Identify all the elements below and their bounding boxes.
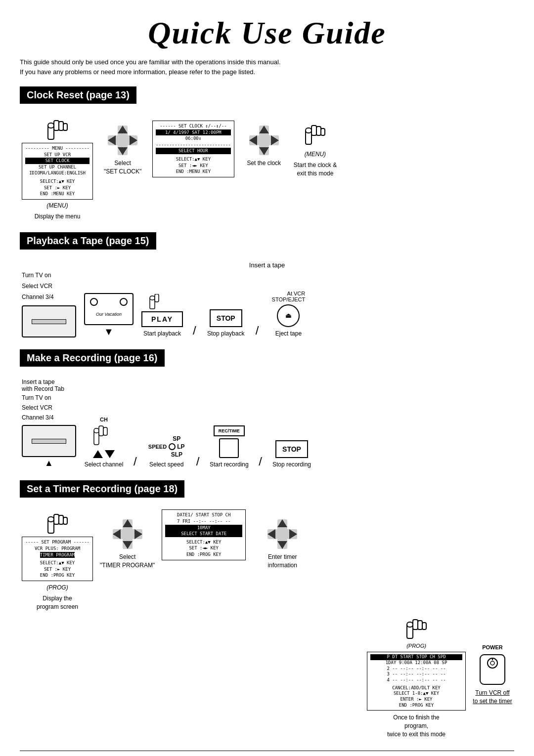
turn-tv-on: Turn TV on (22, 271, 76, 280)
insert-tape-label: Insert a tape (22, 261, 512, 269)
svg-rect-4 (63, 124, 67, 130)
rec-select-vcr: Select VCR (22, 403, 76, 412)
recording-left: Insert a tape with Record Tab Turn TV on… (22, 378, 76, 468)
timer-screen: DATE1/ START STOP CH 7 FRI --:-- --:-- -… (162, 509, 246, 560)
timer-step-prog: ----- SET PROGRAM ------ VCR PLUS: PROGR… (22, 509, 93, 611)
speed-lp-row: LP (169, 443, 184, 450)
svg-rect-1 (48, 123, 54, 128)
display-prog-label: Display the program screen (37, 594, 78, 611)
ch-up-arrow[interactable] (93, 450, 103, 458)
ch-hand-icon (91, 423, 116, 448)
channel-3-4: Channel 3/4 (22, 293, 76, 301)
ch-down-arrow[interactable] (105, 450, 115, 458)
ch-arrows (93, 450, 115, 458)
stop-step: STOP Stop playback (206, 309, 246, 338)
enter-timer-label: Enter timer information (253, 553, 312, 570)
start-recording-label: Start recording (210, 461, 249, 469)
clock-reset-header: Clock Reset (page 13) (20, 86, 136, 104)
timer-nav2: Enter timer information (253, 519, 312, 570)
lp-circle (169, 443, 176, 450)
tape-label: Our Vacation (96, 312, 122, 317)
speed-sp: SP (169, 435, 184, 442)
svg-rect-8 (316, 126, 321, 135)
play-step: PLAY Start playback (141, 294, 183, 338)
eject-tape-label: Eject tape (275, 330, 302, 338)
hand-icon-2 (302, 121, 329, 148)
nav-pad-4 (267, 519, 297, 549)
channel-select-step: CH Select channel (84, 417, 124, 469)
svg-point-30 (490, 661, 494, 665)
hand-with-play (149, 294, 176, 311)
svg-rect-6 (306, 128, 312, 133)
nav-pad-2 (249, 126, 279, 155)
stop-rec-button[interactable]: STOP (275, 440, 308, 458)
page-container: Quick Use Guide This guide should only b… (20, 15, 514, 756)
finish-label: Once to finish the program, twice to exi… (387, 714, 446, 738)
divider-3: / (132, 455, 139, 468)
menu-label: (MENU) (46, 202, 68, 210)
speed-label: SPEED (148, 444, 167, 450)
svg-rect-14 (94, 428, 99, 433)
svg-rect-2 (54, 121, 59, 130)
turn-off-label: Turn VCR off to set the timer (473, 689, 512, 706)
svg-rect-15 (99, 426, 103, 436)
play-button[interactable]: PLAY (141, 311, 183, 327)
tape-item: Our Vacation ▼ (84, 293, 134, 337)
svg-rect-25 (418, 621, 422, 630)
eject-button[interactable]: ⏏ (277, 304, 300, 327)
svg-rect-11 (150, 296, 155, 300)
divider-4: / (194, 455, 202, 468)
timer-result-screen: P DT START STOP CH SPD 1DAY 9:00A 12:00A… (367, 652, 466, 711)
select-channel-label: Select channel (85, 461, 124, 469)
rec-channel: Channel 3/4 (22, 413, 76, 422)
clock-screen: ------ SET CLOCK ↕/--↕/-- 1/ 4/1997 SAT … (152, 121, 234, 177)
svg-rect-19 (54, 514, 59, 524)
ch-indicator: CH (100, 417, 108, 422)
insert-arrow: ▼ (104, 326, 114, 337)
rec-indicator (219, 438, 239, 458)
rec-turn-tv: Turn TV on (22, 393, 76, 402)
rec-time-button[interactable]: REC/TIME (214, 425, 245, 436)
svg-rect-16 (103, 427, 107, 435)
timer-entry-screen-step: DATE1/ START STOP CH 7 FRI --:-- --:-- -… (162, 509, 246, 560)
intro-text: This guide should only be used once you … (20, 57, 514, 77)
timer-step-nav: Select "TIMER PROGRAM" (100, 519, 155, 570)
vcr-tape-group (22, 305, 76, 337)
speed-slp: SLP (169, 451, 184, 458)
menu-screen: --------- MENU --------- SET UP VCR SET … (22, 143, 93, 200)
up-arrow-rec: ▲ (22, 458, 76, 468)
vcr-body-2 (22, 425, 76, 457)
svg-rect-24 (413, 620, 418, 630)
rec-time-step: REC/TIME Start recording (209, 425, 249, 469)
clock-reset-section: Clock Reset (page 13) --------- MENU ---… (20, 86, 514, 220)
timer-header: Set a Timer Recording (page 18) (20, 480, 184, 498)
display-menu-label: Display the menu (35, 212, 81, 221)
footer: Panasonic Consumer Electronics Company, … (20, 751, 514, 756)
svg-rect-7 (312, 126, 316, 135)
insert-with-tab-label: Insert a tape with Record Tab (22, 378, 76, 392)
vcr-slot (32, 319, 66, 324)
set-clock-label: Set the clock (247, 159, 281, 168)
start-playback-label: Start playback (143, 330, 181, 338)
hand-icon-prog2 (403, 615, 430, 642)
clock-step-nav1: Select "SET CLOCK" (103, 126, 142, 176)
nav-pad-1 (108, 126, 137, 155)
page-title: Quick Use Guide (20, 15, 514, 51)
speed-options: SP LP SLP (169, 435, 184, 458)
clock-step-menu: --------- MENU --------- SET UP VCR SET … (22, 116, 93, 220)
select-timer-label: Select "TIMER PROGRAM" (100, 553, 155, 570)
recording-header: Make a Recording (page 16) (20, 349, 165, 367)
nav-pad-3 (113, 519, 142, 549)
clock-step-menu2: (MENU) Start the clock & exit this mode (294, 121, 337, 177)
speed-group-container: SPEED SP LP SLP (148, 435, 185, 458)
select-set-clock-label: Select "SET CLOCK" (104, 159, 141, 176)
vcr-body (22, 305, 76, 337)
playback-left-group: Turn TV on Select VCR Channel 3/4 (22, 271, 76, 337)
playback-header: Playback a Tape (page 15) (20, 232, 156, 250)
finish-step: (PROG) P DT START STOP CH SPD 1DAY 9:00A… (367, 615, 466, 739)
menu-2-sublabel: (MENU) (305, 150, 326, 159)
svg-rect-18 (48, 517, 54, 522)
recording-section: Make a Recording (page 16) Insert a tape… (20, 349, 514, 468)
stop-button[interactable]: STOP (210, 309, 242, 327)
select-speed-label: Select speed (149, 461, 183, 469)
